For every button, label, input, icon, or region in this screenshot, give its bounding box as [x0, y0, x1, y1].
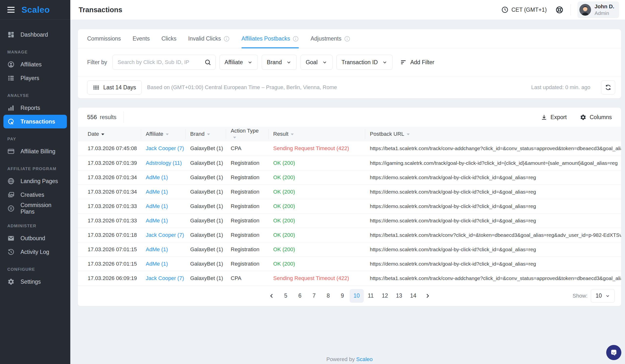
chevron-down-icon [322, 60, 327, 65]
filter-row: Filter by AffiliateBrandGoalTransaction … [78, 48, 621, 76]
cell-affiliate: AdMe (1) [141, 199, 185, 213]
logo[interactable]: Scaleo [22, 5, 50, 15]
column-header-postback-url[interactable]: Postback URL [365, 127, 621, 141]
chat-widget-button[interactable] [606, 345, 621, 360]
affiliate-link[interactable]: Jack Cooper (7) [146, 232, 184, 238]
result-status-badge: OK (200) [273, 232, 295, 238]
tab-events[interactable]: Events [133, 29, 150, 48]
sidebar-item-settings[interactable]: Settings [0, 275, 70, 289]
cell-postback-url: https://beta1.scaletrk.com/track/conv?cl… [365, 228, 621, 242]
filter-transaction-id-dropdown[interactable]: Transaction ID [336, 55, 393, 70]
prev-page-button[interactable] [265, 289, 279, 303]
filter-goal-dropdown[interactable]: Goal [301, 55, 333, 70]
page-9-button[interactable]: 9 [336, 289, 350, 303]
mail-icon [7, 235, 15, 242]
column-header-label: Result [273, 131, 288, 137]
column-menu-caret-icon [233, 137, 236, 138]
sidebar-item-activity-log[interactable]: Activity Log [0, 245, 70, 259]
timezone-label[interactable]: CET (GMT+1) [511, 7, 547, 13]
cell-result: OK (200) [268, 213, 365, 228]
cell-result: OK (200) [268, 184, 365, 199]
chevron-left-icon [269, 293, 275, 299]
sidebar-item-transactions[interactable]: Transactions [3, 115, 67, 128]
main-content: CommissionsEventsClicksInvalid ClicksAff… [70, 20, 625, 364]
page-10-button[interactable]: 10 [350, 289, 364, 303]
sidebar-item-landing-pages[interactable]: Landing Pages [0, 174, 70, 188]
column-header-result[interactable]: Result [268, 127, 365, 141]
export-button[interactable]: Export [541, 114, 567, 121]
affiliate-link[interactable]: AdMe (1) [146, 203, 168, 209]
footer-brand-link[interactable]: Scaleo [356, 356, 373, 362]
cell-affiliate: AdMe (1) [141, 242, 185, 257]
table-row: 17.03.2026 06:09:19Jack Cooper (7)Galaxy… [78, 271, 621, 285]
page-11-button[interactable]: 11 [364, 289, 378, 303]
affiliate-link[interactable]: AdMe (1) [146, 189, 168, 195]
cell-result: OK (200) [268, 228, 365, 242]
help-icon[interactable] [555, 6, 563, 14]
sidebar-item-affiliates[interactable]: Affiliates [0, 58, 70, 71]
page-size-select[interactable]: 10 [591, 289, 615, 303]
affiliate-link[interactable]: AdMe (1) [146, 217, 168, 224]
refresh-icon [605, 84, 612, 91]
column-header-date[interactable]: Date [78, 127, 141, 141]
page-7-button[interactable]: 7 [307, 289, 321, 303]
page-8-button[interactable]: 8 [321, 289, 336, 303]
page-14-button[interactable]: 14 [406, 289, 420, 303]
image-icon [7, 191, 15, 198]
filter-brand-dropdown[interactable]: Brand [262, 55, 297, 70]
affiliate-link[interactable]: AdMe (1) [146, 261, 168, 267]
affiliate-link[interactable]: AdMe (1) [146, 174, 168, 181]
list-icon [7, 74, 15, 82]
search-input[interactable] [113, 55, 216, 70]
filters-card: CommissionsEventsClicksInvalid ClicksAff… [78, 29, 621, 98]
topbar-right: CET (GMT+1) John D. Admin [501, 1, 619, 18]
dashboard-icon [7, 31, 15, 38]
column-header-affiliate[interactable]: Affiliate [141, 127, 185, 141]
cell-affiliate: AdMe (1) [141, 184, 185, 199]
menu-icon[interactable] [7, 7, 15, 13]
sidebar-item-creatives[interactable]: Creatives [0, 188, 70, 202]
tab-clicks[interactable]: Clicks [161, 29, 176, 48]
refresh-button[interactable] [601, 80, 615, 94]
sidebar-item-players[interactable]: Players [0, 71, 70, 85]
affiliate-link[interactable]: Jack Cooper (7) [146, 145, 184, 151]
sidebar-item-label: Players [21, 75, 39, 82]
page-6-button[interactable]: 6 [293, 289, 307, 303]
sidebar-item-reports[interactable]: Reports [0, 101, 70, 115]
column-header-action-type[interactable]: Action Type [226, 127, 268, 141]
sidebar-item-outbound[interactable]: Outbound [0, 231, 70, 245]
tab-affiliates-postbacks[interactable]: Affiliates Postbacks [242, 29, 299, 48]
sidebar-item-dashboard[interactable]: Dashboard [0, 28, 70, 41]
add-filter-button[interactable]: Add Filter [400, 59, 434, 66]
affiliate-link[interactable]: Jack Cooper (7) [146, 275, 184, 281]
cell-postback-url: https://demo.scaletrk.com/track/goal-by-… [365, 242, 621, 257]
table-row: 17.03.2026 07:01:39Adstrology (11)Galaxy… [78, 156, 621, 170]
column-header-label: Affiliate [146, 131, 163, 137]
page-12-button[interactable]: 12 [378, 289, 392, 303]
user-menu[interactable]: John D. Admin [577, 1, 619, 18]
cell-brand: GalaxyBet (1) [185, 141, 226, 156]
sidebar-item-affiliate-billing[interactable]: Affiliate Billing [0, 145, 70, 158]
cell-date: 17.03.2026 07:01:18 [78, 228, 141, 242]
table-row: 17.03.2026 07:01:18Jack Cooper (7)Galaxy… [78, 228, 621, 242]
next-page-button[interactable] [420, 289, 435, 303]
tab-adjustments[interactable]: Adjustments [311, 29, 350, 48]
tab-invalid-clicks[interactable]: Invalid Clicks [188, 29, 230, 48]
tab-commissions[interactable]: Commissions [87, 29, 121, 48]
cell-date: 17.03.2026 06:09:19 [78, 271, 141, 285]
result-status-badge: OK (200) [273, 261, 295, 267]
affiliate-link[interactable]: Adstrology (11) [146, 160, 182, 166]
affiliate-link[interactable]: AdMe (1) [146, 246, 168, 252]
date-range-label: Last 14 Days [103, 84, 136, 91]
sidebar-item-commission-plans[interactable]: Commission Plans [0, 202, 70, 215]
page-13-button[interactable]: 13 [392, 289, 406, 303]
column-menu-caret-icon [207, 134, 210, 135]
page-5-button[interactable]: 5 [279, 289, 293, 303]
cell-brand: GalaxyBet (1) [185, 170, 226, 184]
column-header-brand[interactable]: Brand [185, 127, 226, 141]
filter-affiliate-dropdown[interactable]: Affiliate [219, 55, 258, 70]
columns-button[interactable]: Columns [580, 114, 612, 121]
pagination-row: 567891011121314 Show: 10 [78, 286, 621, 306]
date-range-button[interactable]: Last 14 Days [87, 80, 142, 94]
cell-affiliate: Jack Cooper (7) [141, 271, 185, 285]
